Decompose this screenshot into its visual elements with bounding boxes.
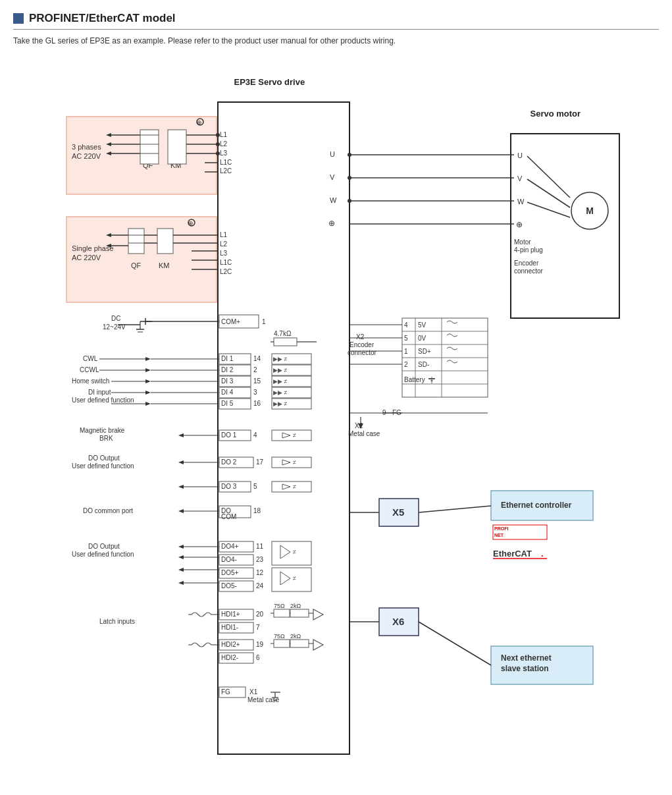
- svg-point-280: [348, 199, 351, 203]
- svg-marker-22: [106, 142, 111, 146]
- svg-text:75Ω: 75Ω: [274, 633, 285, 640]
- svg-rect-283: [379, 608, 419, 636]
- svg-marker-116: [145, 391, 151, 395]
- svg-text:14: 14: [253, 355, 261, 362]
- svg-line-290: [419, 506, 491, 512]
- svg-text:1: 1: [404, 348, 408, 355]
- svg-marker-149: [282, 460, 290, 465]
- svg-marker-139: [282, 433, 290, 438]
- svg-text:DO5-: DO5-: [221, 582, 237, 589]
- svg-text:2kΩ: 2kΩ: [290, 603, 301, 609]
- svg-rect-126: [219, 398, 251, 409]
- svg-text:DI 3: DI 3: [221, 377, 234, 385]
- svg-marker-177: [280, 545, 290, 559]
- svg-rect-294: [493, 525, 547, 539]
- svg-text:SD-: SD-: [418, 361, 429, 368]
- svg-text:BRK: BRK: [99, 435, 113, 442]
- svg-rect-162: [219, 506, 251, 518]
- svg-text:12: 12: [256, 569, 264, 576]
- svg-text:12~24V: 12~24V: [103, 323, 126, 331]
- svg-rect-156: [272, 481, 311, 492]
- svg-text:4.7kΩ: 4.7kΩ: [274, 330, 292, 337]
- svg-rect-199: [274, 609, 290, 617]
- svg-text:L2: L2: [220, 140, 228, 148]
- svg-text:DO Output: DO Output: [88, 543, 120, 550]
- svg-text:L3: L3: [220, 250, 228, 257]
- diagram-svg: M U V W ⊕ Motor 4-pin plug Encoder conne…: [14, 56, 659, 774]
- svg-text:CCWL: CCWL: [80, 366, 99, 373]
- svg-rect-173: [219, 555, 253, 565]
- svg-rect-208: [219, 622, 253, 633]
- svg-text:X5: X5: [392, 507, 404, 518]
- svg-marker-106: [145, 379, 151, 383]
- svg-rect-201: [290, 609, 309, 617]
- svg-rect-281: [379, 499, 419, 526]
- svg-text:17: 17: [256, 458, 264, 466]
- svg-rect-238: [402, 318, 488, 397]
- svg-rect-102: [272, 365, 311, 375]
- svg-point-44: [216, 142, 220, 146]
- svg-text:QF: QF: [131, 261, 142, 269]
- svg-rect-121: [272, 387, 311, 398]
- svg-text:5: 5: [253, 483, 257, 490]
- svg-text:DO4+: DO4+: [221, 543, 239, 550]
- svg-text:▶▶ ≠: ▶▶ ≠: [273, 400, 288, 407]
- drive-label: EP3E Servo drive: [234, 77, 305, 87]
- svg-rect-0: [218, 102, 349, 754]
- svg-line-291: [419, 622, 491, 665]
- svg-text:Metal case: Metal case: [348, 430, 380, 437]
- svg-rect-176: [272, 541, 311, 565]
- svg-text:W: W: [330, 196, 337, 204]
- svg-text:≠: ≠: [293, 483, 296, 490]
- svg-rect-90: [219, 354, 251, 364]
- svg-text:HDI1+: HDI1+: [221, 611, 240, 618]
- svg-rect-108: [219, 376, 251, 387]
- svg-text:75Ω: 75Ω: [274, 603, 285, 609]
- svg-text:Latch inputs: Latch inputs: [99, 618, 135, 625]
- svg-text:5V: 5V: [418, 321, 426, 329]
- svg-rect-195: [219, 609, 253, 620]
- svg-rect-227: [219, 687, 246, 698]
- svg-text:▶▶ ≠: ▶▶ ≠: [273, 378, 288, 385]
- svg-text:AC 220V: AC 220V: [72, 254, 101, 261]
- svg-marker-218: [313, 640, 323, 650]
- svg-rect-99: [219, 365, 251, 375]
- svg-text:2kΩ: 2kΩ: [290, 633, 301, 640]
- svg-text:L2C: L2C: [220, 268, 232, 275]
- svg-text:3: 3: [253, 389, 257, 396]
- svg-text:DI 4: DI 4: [221, 389, 234, 396]
- svg-text:▶▶ ≠: ▶▶ ≠: [273, 356, 288, 362]
- title-bar: PROFINET/EtherCAT model: [13, 12, 659, 30]
- svg-text:L1C: L1C: [220, 159, 232, 166]
- svg-text:L2C: L2C: [220, 167, 232, 175]
- svg-marker-161: [178, 509, 184, 513]
- svg-rect-75: [219, 315, 259, 328]
- svg-text:L2: L2: [220, 240, 228, 248]
- svg-text:0V: 0V: [418, 335, 426, 342]
- svg-text:15: 15: [253, 377, 261, 385]
- svg-text:U: U: [330, 150, 335, 158]
- svg-text:18: 18: [253, 507, 261, 514]
- svg-text:⊕: ⊕: [197, 119, 202, 126]
- svg-text:FG: FG: [221, 688, 230, 696]
- svg-text:DI input: DI input: [88, 389, 111, 396]
- svg-marker-134: [178, 433, 184, 437]
- svg-rect-148: [272, 457, 311, 468]
- svg-rect-15: [66, 117, 217, 194]
- diagram-container: M U V W ⊕ Motor 4-pin plug Encoder conne…: [14, 56, 659, 774]
- svg-text:20: 20: [256, 611, 264, 618]
- svg-text:DI 1: DI 1: [221, 355, 234, 362]
- svg-rect-224: [219, 653, 253, 663]
- svg-rect-118: [219, 387, 251, 398]
- svg-text:L1: L1: [220, 231, 228, 238]
- svg-text:4: 4: [404, 321, 408, 329]
- svg-rect-138: [272, 430, 311, 441]
- svg-text:≠: ≠: [293, 432, 296, 439]
- page-title: PROFINET/EtherCAT model: [29, 12, 176, 25]
- svg-marker-144: [178, 460, 184, 464]
- svg-text:Encoder: Encoder: [514, 260, 539, 267]
- svg-text:KM: KM: [159, 261, 170, 269]
- svg-rect-181: [219, 568, 253, 578]
- svg-text:⊕: ⊕: [188, 220, 194, 227]
- svg-text:DO 2: DO 2: [221, 458, 237, 466]
